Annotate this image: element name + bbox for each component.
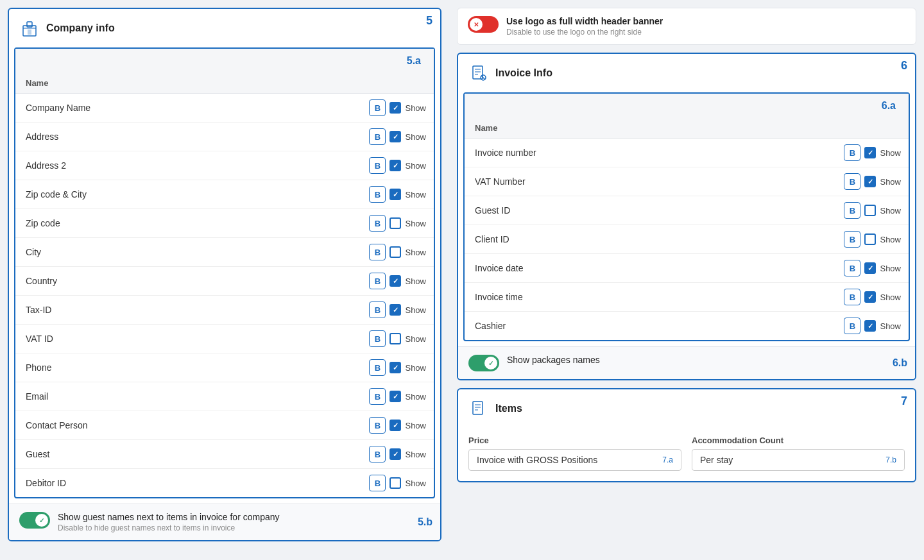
controls-column-header bbox=[239, 73, 434, 94]
bold-button-4[interactable]: B bbox=[369, 215, 386, 232]
banner-toggle: ✕ Use logo as full width header banner D… bbox=[468, 16, 905, 37]
bold-button-5[interactable]: B bbox=[369, 244, 386, 260]
banner-toggle-switch[interactable]: ✕ bbox=[468, 16, 499, 33]
show-checkbox-2[interactable] bbox=[389, 160, 401, 171]
inv-row-controls-2: B Show bbox=[697, 196, 909, 225]
inv-bold-button-5[interactable]: B bbox=[844, 289, 860, 305]
inv-show-checkbox-2[interactable] bbox=[864, 205, 876, 216]
table-row: Phone B Show bbox=[15, 353, 434, 382]
bold-button-13[interactable]: B bbox=[369, 475, 386, 491]
bold-button-7[interactable]: B bbox=[369, 301, 386, 318]
table-row: Client ID B Show bbox=[465, 225, 909, 254]
table-row: Zip code B Show bbox=[15, 209, 434, 238]
row-name-5: City bbox=[15, 238, 239, 267]
company-toggle-knob: ✓ bbox=[35, 514, 48, 527]
invoice-info-title: Invoice Info bbox=[495, 67, 552, 79]
bold-button-3[interactable]: B bbox=[369, 186, 386, 203]
row-controls-8: B Show bbox=[239, 325, 434, 353]
company-toggle-section: ✓ Show guest names next to items in invo… bbox=[9, 504, 440, 540]
inv-show-checkbox-0[interactable] bbox=[864, 147, 876, 158]
table-row: Invoice number B Show bbox=[465, 139, 909, 167]
invoice-info-header: Invoice Info bbox=[458, 54, 915, 92]
bold-button-1[interactable]: B bbox=[369, 128, 386, 145]
accommodation-value-container[interactable]: Per stay 7.b bbox=[692, 449, 905, 471]
bold-button-12[interactable]: B bbox=[369, 446, 386, 462]
table-row: Invoice time B Show bbox=[465, 283, 909, 312]
accommodation-value: Per stay bbox=[700, 455, 733, 465]
show-label-7: Show bbox=[405, 305, 426, 315]
bold-button-6[interactable]: B bbox=[369, 273, 386, 289]
show-checkbox-8[interactable] bbox=[389, 333, 401, 344]
inv-show-checkbox-3[interactable] bbox=[864, 233, 876, 245]
show-label-13: Show bbox=[405, 479, 426, 488]
show-checkbox-13[interactable] bbox=[389, 477, 401, 489]
company-toggle-switch[interactable]: ✓ bbox=[19, 512, 50, 529]
invoice-toggle-main: Show packages names bbox=[507, 355, 600, 365]
banner-toggle-card: ✕ Use logo as full width header banner D… bbox=[457, 8, 916, 45]
table-row: Debitor ID B Show bbox=[15, 469, 434, 498]
table-row: Address 2 B Show bbox=[15, 151, 434, 180]
inv-bold-button-3[interactable]: B bbox=[844, 231, 860, 248]
inv-show-checkbox-6[interactable] bbox=[864, 320, 876, 332]
bold-button-11[interactable]: B bbox=[369, 417, 386, 434]
invoice-subsection-a-label: 6.a bbox=[877, 98, 901, 114]
inv-show-checkbox-4[interactable] bbox=[864, 262, 876, 274]
row-name-3: Zip code & City bbox=[15, 180, 239, 209]
accommodation-label: Accommodation Count bbox=[692, 436, 905, 445]
row-name-1: Address bbox=[15, 123, 239, 151]
table-row: Zip code & City B Show bbox=[15, 180, 434, 209]
show-checkbox-5[interactable] bbox=[389, 246, 401, 258]
inv-row-controls-5: B Show bbox=[697, 283, 909, 312]
show-checkbox-10[interactable] bbox=[389, 391, 401, 402]
inv-bold-button-1[interactable]: B bbox=[844, 173, 860, 190]
row-controls-9: B Show bbox=[239, 353, 434, 382]
show-checkbox-7[interactable] bbox=[389, 304, 401, 316]
bold-button-8[interactable]: B bbox=[369, 330, 386, 347]
invoice-toggle-section: ✓ Show packages names 6.b bbox=[458, 346, 915, 379]
inv-row-controls-4: B Show bbox=[697, 254, 909, 283]
row-controls-0: B Show bbox=[239, 94, 434, 123]
show-checkbox-9[interactable] bbox=[389, 362, 401, 373]
show-checkbox-6[interactable] bbox=[389, 275, 401, 287]
row-controls-13: B Show bbox=[239, 469, 434, 498]
company-toggle-sub: Disable to hide guest names next to item… bbox=[58, 523, 280, 532]
price-value-container[interactable]: Invoice with GROSS Positions 7.a bbox=[468, 449, 681, 471]
show-checkbox-1[interactable] bbox=[389, 131, 401, 142]
show-checkbox-0[interactable] bbox=[389, 102, 401, 114]
show-label-3: Show bbox=[405, 190, 426, 199]
bold-button-0[interactable]: B bbox=[369, 99, 386, 116]
show-checkbox-12[interactable] bbox=[389, 448, 401, 460]
section-5-label: 5 bbox=[426, 14, 432, 28]
table-row: Contact Person B Show bbox=[15, 411, 434, 440]
bold-button-2[interactable]: B bbox=[369, 157, 386, 174]
row-name-13: Debitor ID bbox=[15, 469, 239, 498]
bold-button-10[interactable]: B bbox=[369, 388, 386, 405]
price-badge: 7.a bbox=[662, 455, 673, 464]
table-row: Guest B Show bbox=[15, 440, 434, 469]
inv-row-controls-6: B Show bbox=[697, 312, 909, 341]
inv-show-checkbox-1[interactable] bbox=[864, 176, 876, 187]
inv-bold-button-0[interactable]: B bbox=[844, 144, 860, 161]
show-checkbox-3[interactable] bbox=[389, 189, 401, 200]
show-label-9: Show bbox=[405, 363, 426, 373]
bold-button-9[interactable]: B bbox=[369, 359, 386, 376]
show-checkbox-11[interactable] bbox=[389, 420, 401, 431]
inv-show-checkbox-5[interactable] bbox=[864, 291, 876, 303]
invoice-toggle-switch[interactable]: ✓ bbox=[468, 355, 499, 371]
company-info-header: Company info bbox=[9, 9, 440, 47]
row-controls-3: B Show bbox=[239, 180, 434, 209]
show-checkbox-4[interactable] bbox=[389, 217, 401, 229]
inv-bold-button-6[interactable]: B bbox=[844, 318, 860, 334]
accommodation-badge: 7.b bbox=[886, 455, 896, 464]
items-header: Items bbox=[458, 389, 915, 428]
inv-bold-button-4[interactable]: B bbox=[844, 260, 860, 276]
row-name-4: Zip code bbox=[15, 209, 239, 238]
row-controls-11: B Show bbox=[239, 411, 434, 440]
inv-show-label-1: Show bbox=[880, 177, 901, 187]
row-name-11: Contact Person bbox=[15, 411, 239, 440]
subsection-a-label: 5.a bbox=[402, 53, 426, 69]
inv-bold-button-2[interactable]: B bbox=[844, 202, 860, 219]
inv-show-label-2: Show bbox=[880, 206, 901, 216]
table-row: City B Show bbox=[15, 238, 434, 267]
inv-row-name-6: Cashier bbox=[465, 312, 697, 341]
